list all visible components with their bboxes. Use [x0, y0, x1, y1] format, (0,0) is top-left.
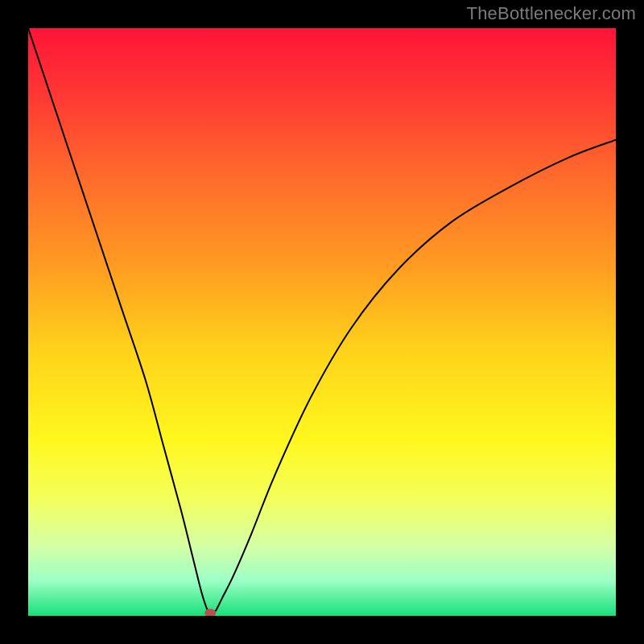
gradient-background — [28, 28, 616, 616]
chart-svg — [28, 28, 616, 616]
watermark-text: TheBottlenecker.com — [467, 3, 636, 24]
chart-frame: TheBottlenecker.com — [0, 0, 644, 644]
plot-area — [28, 28, 616, 616]
